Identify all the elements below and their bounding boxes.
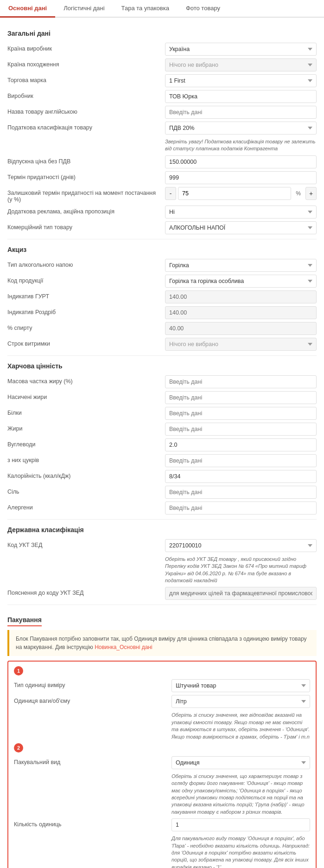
row-sugars: з них цукрів [7, 454, 317, 467]
row-alcohol-type: Тип алкогольного напою Горілка [7, 259, 317, 272]
row-country-origin: Країна походження Нічого не вибрано [7, 58, 317, 71]
control-name-english [165, 106, 317, 119]
row-calories: Калорійність (ккал/кДж) [7, 470, 317, 483]
pct-label: % [293, 190, 304, 197]
select-commercial-type[interactable]: АЛКОГОЛЬНІ НАПОЇ [165, 221, 317, 234]
tab-logistics[interactable]: Логістичні дані [55, 0, 113, 18]
row-ukt-info: Оберіть код УКТ ЗЕД товару , який присво… [7, 555, 317, 585]
input-unit-count[interactable] [172, 818, 310, 831]
control-country-manufacturer: Україна [165, 43, 317, 56]
row-protein: Білки [7, 407, 317, 420]
badge-2: 2 [14, 743, 23, 752]
label-fat: Масова частка жиру (%) [7, 375, 165, 385]
select-aging[interactable]: Нічого не вибрано [165, 338, 317, 351]
packaging-type-info-text: Оберіть зі списку значення, що характери… [172, 773, 310, 816]
input-saturated-fat[interactable] [165, 391, 317, 404]
input-price[interactable] [165, 155, 317, 168]
row-unit-type: Тип одиниці виміру Штучний товар [14, 679, 310, 692]
control-tax-classification: ПДВ 20% [165, 122, 317, 135]
label-calories: Калорійність (ккал/кДж) [7, 470, 165, 479]
row-manufacturer: Виробник [7, 90, 317, 103]
control-commercial-type: АЛКОГОЛЬНІ НАПОЇ [165, 221, 317, 234]
label-commercial-type: Комерційний тип товару [7, 221, 165, 231]
input-sugars[interactable] [165, 454, 317, 467]
label-alcohol-type: Тип алкогольного напою [7, 259, 165, 268]
label-weight-unit: Одиниця ваги/об'єму [14, 695, 172, 704]
control-price [165, 155, 317, 168]
input-name-english[interactable] [165, 106, 317, 119]
input-salt[interactable] [165, 486, 317, 499]
input-allergens[interactable] [165, 502, 317, 514]
control-fat [165, 375, 317, 388]
control-packaging-type-info: Оберіть зі списку значення, що характери… [172, 772, 310, 816]
input-remaining-shelf-life[interactable] [178, 187, 291, 200]
label-allergens: Алергени [7, 502, 165, 511]
control-promo: Ні [165, 206, 317, 219]
row-allergens: Алергени [7, 502, 317, 514]
row-indicative-wholesale: Індикатив ГУРТ [7, 290, 317, 303]
row-ukt-explanation: Пояснення до коду УКТ ЗЕД [7, 587, 317, 600]
select-alcohol-type[interactable]: Горілка [165, 259, 317, 272]
select-packaging-type[interactable]: Одиниця [172, 756, 310, 769]
unit-count-info-text: Для пакувального виду товару 'Одиниця в … [172, 835, 310, 868]
tab-photos[interactable]: Фото товару [178, 0, 229, 18]
label-price: Відпускна ціна без ПДВ [7, 155, 165, 165]
row-carbs: Вуглеводи [7, 438, 317, 451]
input-fat[interactable] [165, 375, 317, 388]
row-price: Відпускна ціна без ПДВ [7, 155, 317, 168]
label-weight-unit-info-spacer [14, 711, 172, 714]
control-manufacturer [165, 90, 317, 103]
label-salt: Сіль [7, 486, 165, 495]
tab-packaging[interactable]: Тара та упаковка [113, 0, 178, 18]
packaging-section-title: Пакування [7, 616, 42, 626]
control-weight-unit-info: Оберіть зі списку значення, яке відповід… [172, 711, 310, 740]
control-unit-count [172, 818, 310, 831]
label-promo: Додаткова реклама, акційна пропозиція [7, 206, 165, 215]
select-unit-type[interactable]: Штучний товар [172, 679, 310, 692]
input-calories[interactable] [165, 470, 317, 483]
row-fats: Жири [7, 423, 317, 436]
classification-section-title: Державна класифікація [7, 526, 317, 535]
label-unit-count: Кількість одиниць [14, 818, 172, 828]
label-shelf-life: Термін придатності (днів) [7, 171, 165, 180]
control-ukt-info: Оберіть код УКТ ЗЕД товару , який присво… [165, 555, 317, 585]
select-ukt-code[interactable]: 2207100010 [165, 539, 317, 552]
input-shelf-life[interactable] [165, 171, 317, 184]
label-unit-type: Тип одиниці виміру [14, 679, 172, 688]
packaging-info-text: Блок Пакування потрібно заповнити так, щ… [16, 636, 307, 650]
plus-button[interactable]: + [305, 187, 317, 200]
input-carbs[interactable] [165, 438, 317, 451]
select-weight-unit[interactable]: Літр [172, 695, 310, 708]
label-indicative-retail: Індикатив Роздріб [7, 306, 165, 315]
input-fats[interactable] [165, 423, 317, 436]
input-indicative-retail [165, 306, 317, 319]
select-tax-classification[interactable]: ПДВ 20% [165, 122, 317, 135]
control-weight-unit: Літр [172, 695, 310, 708]
select-promo[interactable]: Ні [165, 206, 317, 219]
row-weight-unit: Одиниця ваги/об'єму Літр [14, 695, 310, 708]
label-sugars: з них цукрів [7, 454, 165, 463]
label-packaging-type: Пакувальний вид [14, 756, 172, 765]
control-saturated-fat [165, 391, 317, 404]
control-indicative-wholesale [165, 290, 317, 303]
select-country-manufacturer[interactable]: Україна [165, 43, 317, 56]
input-protein[interactable] [165, 407, 317, 420]
select-product-code[interactable]: Горілка та горілка особлива [165, 275, 317, 288]
control-shelf-life [165, 171, 317, 184]
tab-basic[interactable]: Основні дані [0, 0, 55, 18]
row-shelf-life: Термін придатності (днів) [7, 171, 317, 184]
weight-unit-info-text: Оберіть зі списку значення, яке відповід… [172, 712, 310, 740]
control-unit-count-info: Для пакувального виду товару 'Одиниця в … [172, 834, 310, 868]
label-packaging-type-info-spacer [14, 772, 172, 775]
row-trademark: Торгова марка 1 First [7, 74, 317, 87]
packaging-info-link[interactable]: Новинка_Основні дані [95, 644, 152, 650]
row-saturated-fat: Насичені жири [7, 391, 317, 404]
control-product-code: Горілка та горілка особлива [165, 275, 317, 288]
input-manufacturer[interactable] [165, 90, 317, 103]
row-product-code: Код продукції Горілка та горілка особлив… [7, 275, 317, 288]
select-country-origin[interactable]: Нічого не вибрано [165, 58, 317, 71]
control-protein [165, 407, 317, 420]
minus-button[interactable]: - [165, 187, 176, 200]
select-trademark[interactable]: 1 First [165, 74, 317, 87]
badge-row-2: 2 [14, 743, 310, 752]
